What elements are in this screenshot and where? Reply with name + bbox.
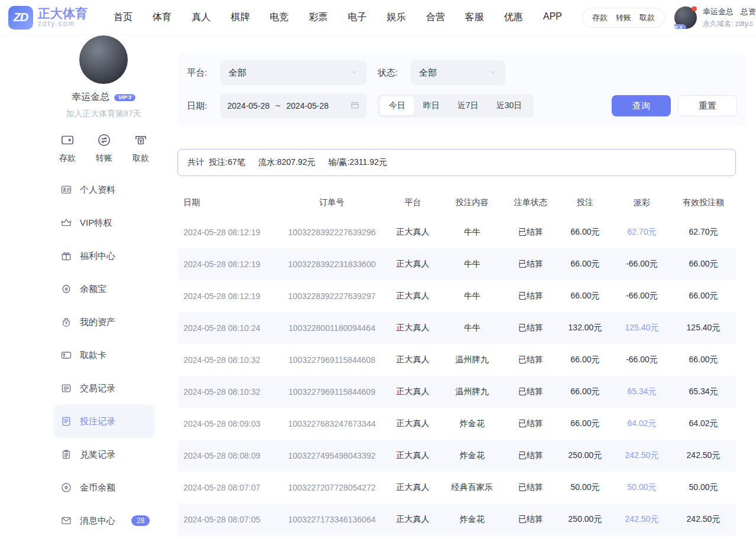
sidebar-item-withdraw-card[interactable]: 取款卡 bbox=[35, 339, 172, 372]
cell-status: 已结算 bbox=[504, 248, 557, 280]
main-content: 平台: 全部 状态: 全部 日期: bbox=[177, 35, 747, 539]
date-range-input[interactable]: 2024-05-28 ~ 2024-05-28 bbox=[220, 93, 367, 118]
table-row: 2024-05-28 08:10:321003227969115844608正大… bbox=[177, 344, 736, 376]
cell-bet-content: 炸金花 bbox=[440, 440, 504, 472]
cell-date: 2024-05-28 08:12:19 bbox=[177, 216, 278, 248]
cell-valid-bet: 242.50元 bbox=[671, 440, 736, 472]
nav-item-lottery[interactable]: 彩票 bbox=[309, 11, 328, 24]
cell-date: 2024-05-28 08:10:32 bbox=[177, 376, 278, 408]
nav-item-slots[interactable]: 电子 bbox=[348, 11, 367, 24]
brand-logo-icon: ZD bbox=[8, 6, 33, 30]
table-row: 2024-05-28 08:07:071003227207728054272正大… bbox=[177, 472, 736, 504]
cell-platform: 正大真人 bbox=[386, 280, 440, 312]
nav-item-live[interactable]: 真人 bbox=[192, 11, 211, 24]
notification-dot bbox=[692, 7, 697, 11]
sidebar-item-coin-balance[interactable]: 金币余额 bbox=[35, 471, 172, 504]
cell-status: 已结算 bbox=[504, 280, 557, 312]
sidebar: 幸运金总 VIP 3 加入正大体育第87天 存款 转账 取款 bbox=[35, 35, 172, 539]
date-from: 2024-05-28 bbox=[227, 101, 270, 111]
deposit-button[interactable]: 存款 bbox=[59, 132, 76, 164]
nav-item-service[interactable]: 客服 bbox=[465, 11, 484, 24]
cell-bet-amount: 250.00元 bbox=[557, 440, 613, 472]
sidebar-item-transactions[interactable]: 交易记录 bbox=[35, 372, 172, 405]
cell-valid-bet: 65.34元 bbox=[671, 376, 736, 408]
cell-platform: 正大真人 bbox=[386, 376, 440, 408]
table-row: 2024-05-28 08:12:191003228392227639296正大… bbox=[177, 216, 736, 248]
col-bet-amount: 投注 bbox=[557, 189, 613, 216]
range-7days[interactable]: 近7日 bbox=[448, 96, 487, 115]
table-row: 2024-05-28 08:09:031003227683247673344正大… bbox=[177, 408, 736, 440]
sidebar-item-vip[interactable]: VIP特权 bbox=[35, 206, 172, 239]
cell-bet-content: 炸金花 bbox=[440, 504, 504, 535]
sidebar-item-yuebao[interactable]: 余额宝 bbox=[35, 272, 172, 306]
cell-bet-content: 温州牌九 bbox=[440, 344, 504, 376]
nav-item-home[interactable]: 首页 bbox=[114, 11, 133, 24]
cell-order-no: 1003227495498043392 bbox=[278, 440, 386, 472]
cell-status: 已结算 bbox=[504, 376, 557, 408]
sidebar-item-benefits[interactable]: 福利中心 bbox=[35, 239, 172, 272]
platform-select[interactable]: 全部 bbox=[220, 60, 367, 85]
cell-bet-content: 温州牌九 bbox=[440, 376, 504, 408]
wallet-quick-pill: 存款 转账 取款 bbox=[582, 8, 665, 28]
cell-bet-amount: 66.00元 bbox=[557, 408, 613, 440]
reset-button[interactable]: 重置 bbox=[678, 95, 737, 116]
table-row: 2024-05-28 08:12:191003228392227639297正大… bbox=[177, 280, 736, 312]
cell-bet-content: 牛牛 bbox=[440, 216, 504, 248]
cell-date: 2024-05-28 08:07:05 bbox=[177, 504, 278, 535]
brand-domain: zdty.com bbox=[38, 20, 88, 28]
nav-item-app[interactable]: APP bbox=[543, 11, 562, 24]
col-payout: 派彩 bbox=[613, 189, 671, 216]
cell-platform: 正大真人 bbox=[386, 248, 440, 280]
withdraw-link[interactable]: 取款 bbox=[639, 12, 655, 23]
col-order-no: 订单号 bbox=[278, 189, 386, 216]
sidebar-item-assets[interactable]: 我的资产 bbox=[35, 306, 172, 339]
table-header-row: 日期 订单号 平台 投注内容 注单状态 投注 派彩 有效投注额 bbox=[177, 189, 736, 216]
sidebar-menu: 个人资料 VIP特权 福利中心 余额宝 我的资产 取款卡 bbox=[35, 173, 172, 539]
cell-status: 已结算 bbox=[504, 408, 557, 440]
cell-bet-content: 经典百家乐 bbox=[440, 472, 504, 504]
nav-item-entertainment[interactable]: 娱乐 bbox=[387, 11, 406, 24]
deposit-link[interactable]: 存款 bbox=[592, 12, 608, 23]
cell-order-no: 1003227683247673344 bbox=[278, 408, 386, 440]
topbar-user[interactable]: VIP 3 幸运金总总资 永久域名: zdty.c bbox=[674, 7, 756, 29]
sidebar-item-profile[interactable]: 个人资料 bbox=[35, 173, 172, 206]
summary-bets: 投注:67笔 bbox=[209, 157, 245, 168]
cell-date: 2024-05-28 08:10:24 bbox=[177, 312, 278, 344]
sidebar-item-messages[interactable]: 消息中心 28 bbox=[35, 504, 172, 537]
nav-item-esports[interactable]: 电竞 bbox=[270, 11, 289, 24]
col-valid-bet: 有效投注额 bbox=[671, 189, 736, 216]
brand-logo[interactable]: ZD 正大体育 zdty.com bbox=[8, 6, 88, 30]
cell-bet-amount: 66.00元 bbox=[557, 216, 613, 248]
cell-platform: 正大真人 bbox=[386, 216, 440, 248]
range-today[interactable]: 今日 bbox=[380, 96, 414, 115]
withdraw-button[interactable]: 取款 bbox=[133, 132, 149, 164]
cell-valid-bet: 66.00元 bbox=[671, 280, 736, 312]
cell-valid-bet: 242.50元 bbox=[671, 504, 736, 535]
range-30days[interactable]: 近30日 bbox=[487, 96, 531, 115]
calendar-icon[interactable] bbox=[350, 100, 360, 112]
profile-avatar[interactable] bbox=[79, 35, 128, 84]
cell-order-no: 1003227207728054272 bbox=[278, 472, 386, 504]
cell-bet-content: 牛牛 bbox=[440, 280, 504, 312]
nav-item-partnership[interactable]: 合营 bbox=[426, 11, 445, 24]
nav-item-sports[interactable]: 体育 bbox=[153, 11, 172, 24]
cell-payout: 125.40元 bbox=[613, 312, 671, 344]
cell-order-no: 1003228392231833600 bbox=[278, 248, 386, 280]
cell-valid-bet: 66.00元 bbox=[671, 344, 736, 376]
nav-item-promo[interactable]: 优惠 bbox=[504, 11, 523, 24]
table-row: 2024-05-28 08:10:241003228001180094464正大… bbox=[177, 312, 736, 344]
sidebar-item-bet-records[interactable]: 投注记录 bbox=[53, 405, 155, 438]
range-yesterday[interactable]: 昨日 bbox=[414, 96, 448, 115]
nav-item-board-games[interactable]: 棋牌 bbox=[231, 11, 250, 24]
search-button[interactable]: 查询 bbox=[612, 95, 671, 116]
table-body: 2024-05-28 08:12:191003228392227639296正大… bbox=[177, 216, 736, 535]
transfer-button[interactable]: 转账 bbox=[96, 132, 112, 164]
sidebar-item-redeem-records[interactable]: 兑奖记录 bbox=[35, 438, 172, 471]
status-select[interactable]: 全部 bbox=[411, 60, 505, 85]
unread-count-badge: 28 bbox=[131, 515, 150, 526]
table-row: 2024-05-28 08:10:321003227969115844609正大… bbox=[177, 376, 736, 408]
cell-date: 2024-05-28 08:08:09 bbox=[177, 440, 278, 472]
cell-payout: -66.00元 bbox=[613, 344, 671, 376]
transfer-link[interactable]: 转账 bbox=[616, 12, 631, 23]
cell-order-no: 1003227173346136064 bbox=[278, 504, 386, 535]
